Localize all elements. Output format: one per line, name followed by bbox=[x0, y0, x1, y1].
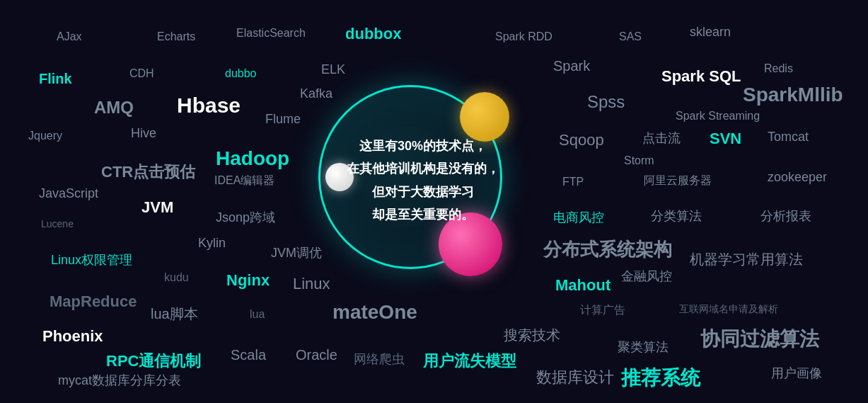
word-flume: Flume bbox=[265, 112, 301, 127]
word-db-design: 数据库设计 bbox=[536, 367, 614, 388]
word-distributed: 分布式系统架构 bbox=[543, 237, 672, 262]
word-lua: lua bbox=[250, 308, 265, 321]
word-hive: Hive bbox=[131, 126, 156, 141]
word-spark-streaming: Spark Streaming bbox=[676, 110, 760, 123]
word-jvm-tuning: JVM调优 bbox=[271, 244, 322, 261]
word-analysis-report: 分析报表 bbox=[760, 208, 811, 225]
word-amq: AMQ bbox=[94, 98, 134, 118]
word-kudu: kudu bbox=[164, 271, 189, 284]
word-kylin: Kylin bbox=[198, 236, 226, 251]
word-jquery: Jquery bbox=[28, 130, 62, 142]
word-internet-domain: 互联网域名申请及解析 bbox=[679, 303, 778, 316]
word-search-tech: 搜索技术 bbox=[504, 326, 560, 345]
word-linux: Linux bbox=[293, 275, 330, 293]
word-spark-sql: Spark SQL bbox=[661, 67, 741, 86]
word-user-loss: 用户流失模型 bbox=[423, 351, 516, 372]
word-svn: SVN bbox=[710, 130, 741, 148]
word-user-portrait: 用户画像 bbox=[771, 365, 822, 382]
word-sqoop: Sqoop bbox=[559, 131, 604, 149]
word-mate-one: mateOne bbox=[332, 301, 417, 324]
word-sparkMllib: SparkMllib bbox=[743, 84, 843, 106]
word-lua-script: lua脚本 bbox=[151, 305, 198, 324]
word-spark: Spark bbox=[553, 58, 590, 74]
word-machine-learning: 机器学习常用算法 bbox=[690, 250, 803, 269]
word-lucene: Lucene bbox=[41, 218, 74, 229]
word-mycat: mycat数据库分库分表 bbox=[58, 372, 181, 389]
word-cluster-alg: 聚类算法 bbox=[618, 339, 669, 356]
word-javascript: JavaScript bbox=[39, 186, 98, 201]
word-cloud: 这里有30%的技术点， 在其他培训机构是没有的， 但对于大数据学习 却是至关重要… bbox=[0, 0, 868, 403]
word-ajax: AJax bbox=[57, 30, 82, 43]
word-mahout: Mahout bbox=[555, 276, 611, 295]
word-ftp: FTP bbox=[562, 176, 584, 188]
word-web-crawler: 网络爬虫 bbox=[354, 351, 405, 368]
word-sas: SAS bbox=[619, 30, 642, 43]
word-dubbox: dubbox bbox=[345, 25, 401, 43]
word-sklearn: sklearn bbox=[690, 25, 731, 40]
center-line2: 在其他培训机构是没有的， bbox=[347, 161, 499, 176]
word-flink: Flink bbox=[39, 71, 72, 87]
word-collab-filter: 协同过滤算法 bbox=[700, 326, 819, 353]
word-idea: IDEA编辑器 bbox=[214, 174, 274, 188]
word-jisuan-ad: 计算广告 bbox=[580, 303, 625, 318]
word-zookeeper: zookeeper bbox=[768, 170, 827, 185]
word-phoenix: Phoenix bbox=[42, 327, 103, 346]
word-spark-rdd: Spark RDD bbox=[495, 30, 552, 43]
word-echarts: Echarts bbox=[157, 30, 195, 43]
word-kafka: Kafka bbox=[300, 86, 332, 101]
word-finance-risk: 金融风控 bbox=[621, 268, 672, 285]
word-mapreduce: MapReduce bbox=[50, 293, 137, 311]
word-elk: ELK bbox=[321, 62, 345, 77]
word-jvm: JVM bbox=[141, 198, 173, 217]
word-hbase: Hbase bbox=[177, 93, 241, 118]
word-hadoop: Hadoop bbox=[216, 147, 289, 170]
word-redis: Redis bbox=[764, 62, 793, 75]
word-dianjiliu: 点击流 bbox=[642, 130, 681, 147]
word-recommend: 推荐系统 bbox=[621, 365, 700, 392]
word-storm: Storm bbox=[624, 154, 654, 167]
word-linux-perm: Linux权限管理 bbox=[51, 251, 132, 268]
word-nginx: Nginx bbox=[226, 271, 270, 290]
word-spss: Spss bbox=[587, 92, 625, 112]
word-alibaba-cloud: 阿里云服务器 bbox=[644, 174, 712, 188]
center-line4: 却是至关重要的。 bbox=[372, 208, 474, 222]
word-elasticsearch: ElasticSearch bbox=[236, 27, 306, 40]
word-jsonp: Jsonp跨域 bbox=[216, 209, 275, 226]
word-dubbo: dubbo bbox=[225, 67, 257, 80]
word-oracle: Oracle bbox=[296, 347, 337, 363]
center-line3: 但对于大数据学习 bbox=[372, 185, 474, 199]
word-ecommerce: 电商风控 bbox=[553, 209, 604, 226]
word-rpc: RPC通信机制 bbox=[106, 351, 201, 372]
word-classify: 分类算法 bbox=[651, 208, 702, 225]
center-line1: 这里有30%的技术点， bbox=[359, 139, 487, 153]
word-tomcat: Tomcat bbox=[768, 130, 809, 144]
center-text: 这里有30%的技术点， 在其他培训机构是没有的， 但对于大数据学习 却是至关重要… bbox=[347, 135, 499, 227]
word-ctr: CTR点击预估 bbox=[101, 161, 195, 183]
word-scala: Scala bbox=[231, 347, 266, 363]
word-cdh: CDH bbox=[129, 67, 154, 80]
